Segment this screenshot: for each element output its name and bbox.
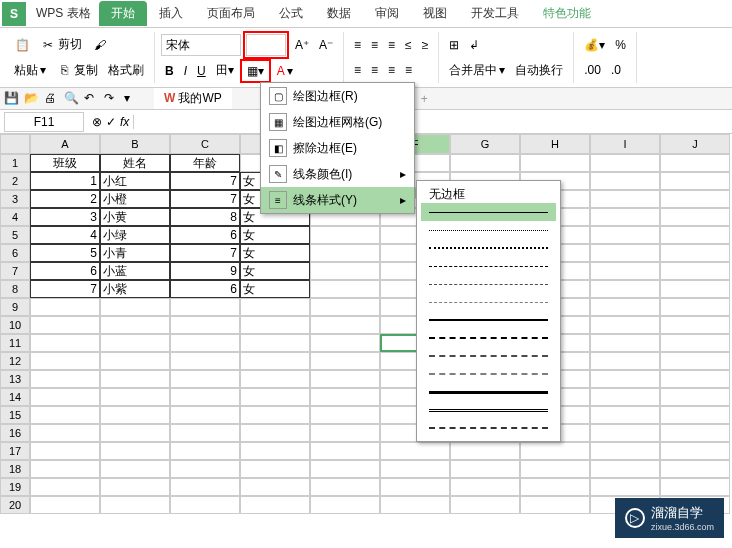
bold-button[interactable]: B <box>161 62 178 80</box>
decimal-dec-button[interactable]: .0 <box>607 61 625 79</box>
cell-C3[interactable]: 7 <box>170 190 240 208</box>
cell-E11[interactable] <box>310 334 380 352</box>
line-dash-dot-medium[interactable] <box>421 347 556 365</box>
fx-confirm-icon[interactable]: ✓ <box>106 115 116 129</box>
cell-A8[interactable]: 7 <box>30 280 100 298</box>
cell-J3[interactable] <box>660 190 730 208</box>
cell-E16[interactable] <box>310 424 380 442</box>
cell-B19[interactable] <box>100 478 170 496</box>
cell-I14[interactable] <box>590 388 660 406</box>
cell-B5[interactable]: 小绿 <box>100 226 170 244</box>
border-button[interactable]: 田▾ <box>212 60 238 81</box>
cell-C4[interactable]: 8 <box>170 208 240 226</box>
col-header-H[interactable]: H <box>520 134 590 154</box>
cell-E19[interactable] <box>310 478 380 496</box>
underline-button[interactable]: U <box>193 62 210 80</box>
cell-C19[interactable] <box>170 478 240 496</box>
cell-H19[interactable] <box>520 478 590 496</box>
cell-C20[interactable] <box>170 496 240 514</box>
cell-C10[interactable] <box>170 316 240 334</box>
cell-C11[interactable] <box>170 334 240 352</box>
cell-D9[interactable] <box>240 298 310 316</box>
cell-G1[interactable] <box>450 154 520 172</box>
cell-D12[interactable] <box>240 352 310 370</box>
cell-E13[interactable] <box>310 370 380 388</box>
font-select[interactable] <box>161 34 241 56</box>
cell-J12[interactable] <box>660 352 730 370</box>
cell-C12[interactable] <box>170 352 240 370</box>
cell-E12[interactable] <box>310 352 380 370</box>
line-dash-dot-dot-medium[interactable] <box>421 365 556 383</box>
cell-I6[interactable] <box>590 244 660 262</box>
cell-D20[interactable] <box>240 496 310 514</box>
cell-E10[interactable] <box>310 316 380 334</box>
cell-C2[interactable]: 7 <box>170 172 240 190</box>
cell-A3[interactable]: 2 <box>30 190 100 208</box>
tab-add-icon[interactable]: + <box>421 92 428 106</box>
cell-I13[interactable] <box>590 370 660 388</box>
copy-button[interactable]: ⎘复制 <box>52 60 102 81</box>
cell-B15[interactable] <box>100 406 170 424</box>
row-header-13[interactable]: 13 <box>0 370 30 388</box>
cell-E7[interactable] <box>310 262 380 280</box>
cell-D6[interactable]: 女 <box>240 244 310 262</box>
cell-I16[interactable] <box>590 424 660 442</box>
row-header-12[interactable]: 12 <box>0 352 30 370</box>
cell-I5[interactable] <box>590 226 660 244</box>
line-dotted[interactable] <box>421 239 556 257</box>
row-header-7[interactable]: 7 <box>0 262 30 280</box>
cell-B3[interactable]: 小橙 <box>100 190 170 208</box>
cell-A10[interactable] <box>30 316 100 334</box>
cell-G20[interactable] <box>450 496 520 514</box>
cell-I18[interactable] <box>590 460 660 478</box>
cell-H20[interactable] <box>520 496 590 514</box>
cell-I15[interactable] <box>590 406 660 424</box>
wrap-icon[interactable]: ↲ <box>465 36 483 54</box>
indent-left-button[interactable]: ≤ <box>401 36 416 54</box>
cell-B11[interactable] <box>100 334 170 352</box>
line-dash-dot[interactable] <box>421 275 556 293</box>
cell-B13[interactable] <box>100 370 170 388</box>
cell-D13[interactable] <box>240 370 310 388</box>
paste-button[interactable]: 📋 <box>10 35 34 55</box>
line-solid-medium[interactable] <box>421 311 556 329</box>
indent-right-button[interactable]: ≥ <box>418 36 433 54</box>
cell-A18[interactable] <box>30 460 100 478</box>
row-header-16[interactable]: 16 <box>0 424 30 442</box>
cell-J11[interactable] <box>660 334 730 352</box>
col-header-C[interactable]: C <box>170 134 240 154</box>
font-size-select[interactable] <box>246 34 286 56</box>
cell-D7[interactable]: 女 <box>240 262 310 280</box>
tab-insert[interactable]: 插入 <box>147 1 195 26</box>
cell-E17[interactable] <box>310 442 380 460</box>
cell-E15[interactable] <box>310 406 380 424</box>
cell-J4[interactable] <box>660 208 730 226</box>
cell-A6[interactable]: 5 <box>30 244 100 262</box>
cell-C14[interactable] <box>170 388 240 406</box>
cell-D18[interactable] <box>240 460 310 478</box>
line-solid-thin[interactable] <box>421 203 556 221</box>
cell-C8[interactable]: 6 <box>170 280 240 298</box>
cell-J18[interactable] <box>660 460 730 478</box>
cell-G17[interactable] <box>450 442 520 460</box>
fill-color-button[interactable]: ▦▾ <box>243 62 268 80</box>
line-dash-dot-dot[interactable] <box>421 293 556 311</box>
decrease-font-button[interactable]: A⁻ <box>315 36 337 54</box>
cell-B9[interactable] <box>100 298 170 316</box>
row-header-3[interactable]: 3 <box>0 190 30 208</box>
cell-D5[interactable]: 女 <box>240 226 310 244</box>
cell-I10[interactable] <box>590 316 660 334</box>
cell-C16[interactable] <box>170 424 240 442</box>
currency-button[interactable]: 💰▾ <box>580 36 609 54</box>
italic-button[interactable]: I <box>180 62 191 80</box>
menu-draw-border[interactable]: ▢ 绘图边框(R) <box>261 83 414 109</box>
cell-E14[interactable] <box>310 388 380 406</box>
decimal-inc-button[interactable]: .00 <box>580 61 605 79</box>
col-header-G[interactable]: G <box>450 134 520 154</box>
cell-I19[interactable] <box>590 478 660 496</box>
format-painter-button[interactable]: 🖌 <box>88 35 112 55</box>
cell-E9[interactable] <box>310 298 380 316</box>
cell-A16[interactable] <box>30 424 100 442</box>
cell-J17[interactable] <box>660 442 730 460</box>
cell-B1[interactable]: 姓名 <box>100 154 170 172</box>
